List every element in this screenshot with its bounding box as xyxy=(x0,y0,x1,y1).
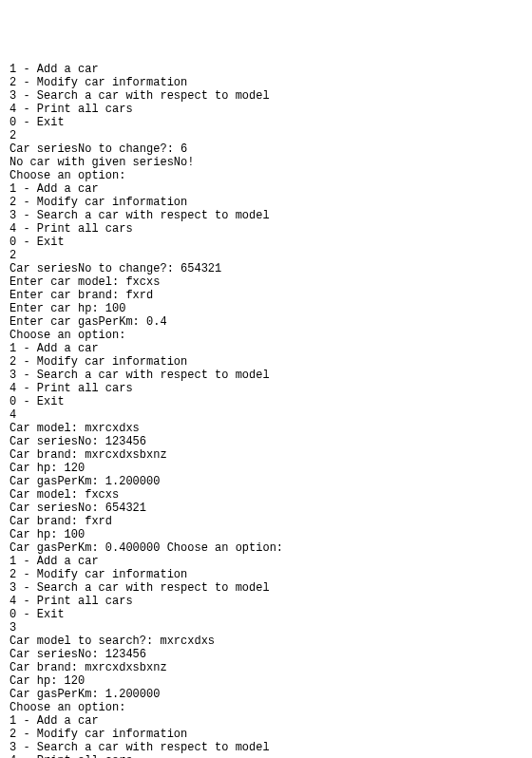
terminal-line: Car model: mxrcxdxs xyxy=(10,422,522,435)
terminal-line: 2 - Modify car information xyxy=(10,76,522,89)
terminal-output: 1 - Add a car2 - Modify car information3… xyxy=(10,63,522,758)
terminal-line: Car gasPerKm: 1.200000 xyxy=(10,475,522,488)
terminal-line: 0 - Exit xyxy=(10,116,522,129)
terminal-line: Car gasPerKm: 1.200000 xyxy=(10,688,522,701)
terminal-line: Car seriesNo: 123456 xyxy=(10,435,522,448)
terminal-line: 4 - Print all cars xyxy=(10,382,522,395)
terminal-line: 3 - Search a car with respect to model xyxy=(10,369,522,382)
terminal-line: 4 xyxy=(10,408,522,422)
terminal-line: 3 xyxy=(10,621,522,635)
terminal-line: 1 - Add a car xyxy=(10,63,522,76)
terminal-line: 2 xyxy=(10,249,522,262)
terminal-line: 4 - Print all cars xyxy=(10,222,522,236)
terminal-line: 1 - Add a car xyxy=(10,555,522,568)
terminal-line: Car brand: mxrcxdxsbxnz xyxy=(10,448,522,462)
terminal-line: Enter car gasPerKm: 0.4 xyxy=(10,315,522,329)
terminal-line: 2 - Modify car information xyxy=(10,355,522,369)
terminal-line: 1 - Add a car xyxy=(10,182,522,196)
terminal-line: No car with given seriesNo! xyxy=(10,156,522,169)
terminal-line: Car hp: 120 xyxy=(10,674,522,688)
terminal-line: 3 - Search a car with respect to model xyxy=(10,741,522,754)
terminal-line: 2 - Modify car information xyxy=(10,728,522,741)
terminal-line: Car gasPerKm: 0.400000 Choose an option: xyxy=(10,541,522,555)
terminal-line: Car seriesNo: 123456 xyxy=(10,648,522,661)
terminal-line: Car hp: 100 xyxy=(10,528,522,541)
terminal-line: Car model: fxcxs xyxy=(10,488,522,502)
terminal-line: 4 - Print all cars xyxy=(10,754,522,758)
terminal-line: Car brand: mxrcxdxsbxnz xyxy=(10,661,522,674)
terminal-line: 0 - Exit xyxy=(10,608,522,621)
terminal-line: 3 - Search a car with respect to model xyxy=(10,209,522,222)
terminal-line: Choose an option: xyxy=(10,169,522,182)
terminal-line: Car seriesNo: 654321 xyxy=(10,502,522,515)
terminal-line: Car brand: fxrd xyxy=(10,515,522,528)
terminal-line: Enter car hp: 100 xyxy=(10,302,522,315)
terminal-line: Enter car model: fxcxs xyxy=(10,275,522,289)
terminal-line: 3 - Search a car with respect to model xyxy=(10,89,522,103)
terminal-line: Car hp: 120 xyxy=(10,462,522,475)
terminal-line: Car seriesNo to change?: 654321 xyxy=(10,262,522,275)
terminal-line: 1 - Add a car xyxy=(10,714,522,728)
terminal-line: 2 xyxy=(10,129,522,142)
terminal-line: Car model to search?: mxrcxdxs xyxy=(10,635,522,648)
terminal-line: Car seriesNo to change?: 6 xyxy=(10,142,522,156)
terminal-line: Enter car brand: fxrd xyxy=(10,289,522,302)
terminal-line: 0 - Exit xyxy=(10,395,522,408)
terminal-line: 2 - Modify car information xyxy=(10,568,522,581)
terminal-line: 0 - Exit xyxy=(10,236,522,249)
terminal-line: Choose an option: xyxy=(10,701,522,714)
terminal-line: 2 - Modify car information xyxy=(10,196,522,209)
terminal-line: Choose an option: xyxy=(10,329,522,342)
terminal-line: 4 - Print all cars xyxy=(10,595,522,608)
terminal-line: 1 - Add a car xyxy=(10,342,522,355)
terminal-line: 3 - Search a car with respect to model xyxy=(10,581,522,595)
terminal-line: 4 - Print all cars xyxy=(10,103,522,116)
